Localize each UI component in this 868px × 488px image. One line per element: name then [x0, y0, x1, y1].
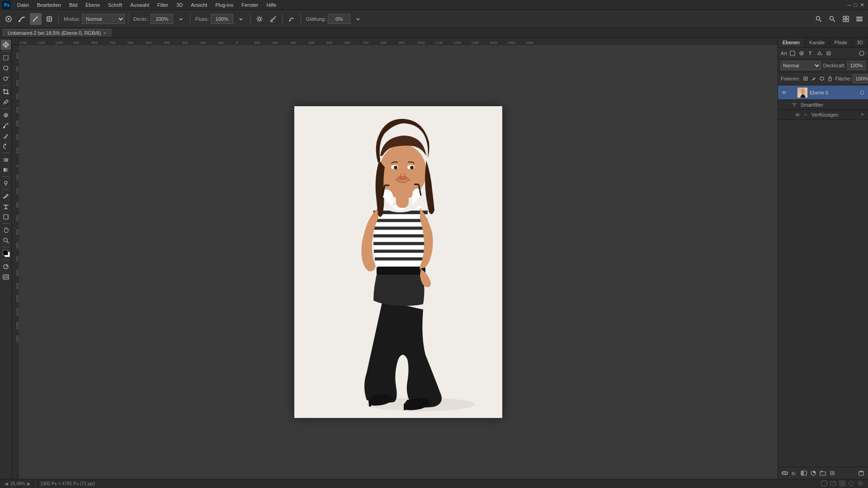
- menu-hilfe[interactable]: Hilfe: [263, 1, 280, 9]
- smartfilter-header: Smartfilter: [778, 100, 868, 110]
- eyedropper-tool[interactable]: [1, 97, 11, 107]
- filter-toggle[interactable]: [858, 50, 865, 57]
- svg-rect-15: [843, 16, 845, 19]
- glattung-options-btn[interactable]: [352, 13, 364, 25]
- lock-all-btn[interactable]: [826, 75, 834, 82]
- crop-tool[interactable]: [1, 87, 11, 97]
- fill-input[interactable]: [853, 74, 868, 83]
- menu-3d[interactable]: 3D: [173, 1, 186, 9]
- status-btn-4[interactable]: [848, 480, 854, 488]
- maximize-btn[interactable]: □: [854, 2, 857, 8]
- doc-tab-close[interactable]: ×: [104, 31, 106, 36]
- menu-fenster[interactable]: Fenster: [238, 1, 262, 9]
- layer-item-ebene0[interactable]: 👁 Ebene 0: [778, 85, 868, 100]
- glattung-input[interactable]: [328, 14, 350, 24]
- status-arrow-left[interactable]: ◀: [5, 481, 8, 486]
- status-btn-2[interactable]: [830, 480, 836, 488]
- verflussigen-settings[interactable]: [860, 112, 865, 118]
- menu-plugins[interactable]: Plug-ins: [212, 1, 237, 9]
- marquee-tool[interactable]: [1, 53, 11, 63]
- menu-bild[interactable]: Bild: [66, 1, 81, 9]
- clone-tool[interactable]: [1, 131, 11, 141]
- quick-select-tool[interactable]: [1, 74, 11, 84]
- dodge-tool[interactable]: [1, 178, 11, 188]
- svg-rect-72: [805, 78, 807, 80]
- close-btn[interactable]: ✕: [860, 2, 864, 8]
- menu-datei[interactable]: Datei: [14, 1, 33, 9]
- menu-bearbeiten[interactable]: Bearbeiten: [33, 1, 65, 9]
- filter-type-shape[interactable]: [816, 50, 823, 57]
- search-btn-top[interactable]: [813, 13, 825, 25]
- text-tool[interactable]: [1, 202, 11, 211]
- lock-artboard-btn[interactable]: [818, 75, 826, 82]
- layer-fx-add-btn[interactable]: fx: [790, 469, 798, 477]
- search-ai-btn[interactable]: [826, 13, 838, 25]
- deckraft-input[interactable]: [151, 14, 173, 24]
- brush-options-icon[interactable]: [3, 13, 14, 25]
- workspace-btn[interactable]: [854, 13, 865, 25]
- menu-schrift[interactable]: Schrift: [104, 1, 126, 9]
- verflussigen-layer[interactable]: Verflüssigen: [778, 110, 868, 120]
- menu-ebene[interactable]: Ebene: [82, 1, 104, 9]
- tab-pfade[interactable]: Pfade: [830, 38, 852, 47]
- add-mask-btn[interactable]: [800, 469, 808, 477]
- fluss-input[interactable]: [211, 14, 233, 24]
- settings-icon[interactable]: [254, 13, 265, 25]
- fluss-options-btn[interactable]: [235, 13, 247, 25]
- brush-active-btn[interactable]: [30, 13, 42, 25]
- layer-link-btn[interactable]: [781, 469, 789, 477]
- blend-mode-select[interactable]: Normal Auflösen Multiplizieren: [781, 61, 821, 70]
- brush-type-btn[interactable]: [16, 13, 28, 25]
- healing-tool[interactable]: [1, 110, 11, 120]
- verflussigen-visibility[interactable]: [794, 112, 801, 118]
- brush-tool[interactable]: [1, 121, 11, 131]
- gradient-tool[interactable]: [1, 165, 11, 175]
- status-btn-1[interactable]: [821, 480, 827, 488]
- windows-arrange-btn[interactable]: [840, 13, 852, 25]
- modus-select[interactable]: Normal Auflösen Abdunkeln Multiplizieren: [82, 14, 125, 24]
- filter-type-text[interactable]: T: [807, 50, 814, 57]
- history-brush-tool[interactable]: [1, 141, 11, 151]
- lock-paint-btn[interactable]: [810, 75, 817, 82]
- new-fill-adj-btn[interactable]: [809, 469, 817, 477]
- new-layer-btn[interactable]: [828, 469, 836, 477]
- layer-visibility-ebene0[interactable]: 👁: [781, 89, 787, 96]
- minimize-btn[interactable]: ─: [847, 2, 851, 8]
- opacity-input[interactable]: [847, 61, 865, 70]
- tab-kanaele[interactable]: Kanäle: [805, 38, 830, 47]
- filter-type-adj[interactable]: [798, 50, 805, 57]
- brush-alt-btn[interactable]: [43, 13, 55, 25]
- move-tool[interactable]: [1, 40, 11, 50]
- layer-fx-btn[interactable]: [859, 89, 865, 96]
- pressure-btn[interactable]: [286, 13, 297, 25]
- new-group-btn[interactable]: [819, 469, 827, 477]
- status-arrow-right[interactable]: ▶: [27, 481, 31, 486]
- filter-type-smart[interactable]: [825, 50, 832, 57]
- menu-auswahl[interactable]: Auswahl: [127, 1, 153, 9]
- menu-filter[interactable]: Filter: [154, 1, 172, 9]
- lock-pixels-btn[interactable]: [802, 75, 809, 82]
- deckraft-options-btn[interactable]: [175, 13, 187, 25]
- shape-tool[interactable]: [1, 212, 11, 222]
- right-panel: Ebenen Kanäle Pfade 3D Art T: [778, 38, 868, 479]
- status-btn-5[interactable]: [857, 480, 863, 488]
- menu-ansicht[interactable]: Ansicht: [187, 1, 211, 9]
- lasso-tool[interactable]: [1, 63, 11, 73]
- document-tab[interactable]: Unbenannt-2 bei 18,5% (Ebene 0, RGB/8) ×: [3, 29, 111, 37]
- foreground-color[interactable]: [1, 249, 11, 258]
- quick-mask-btn[interactable]: [1, 262, 11, 272]
- svg-rect-90: [821, 481, 827, 486]
- tab-3d[interactable]: 3D: [852, 38, 868, 47]
- svg-rect-94: [840, 481, 842, 483]
- tab-ebenen[interactable]: Ebenen: [778, 38, 805, 47]
- screen-mode-btn[interactable]: [1, 272, 11, 282]
- svg-rect-95: [843, 481, 845, 483]
- eraser-tool[interactable]: [1, 155, 11, 164]
- pen-tool[interactable]: [1, 191, 11, 201]
- filter-type-pixel[interactable]: [789, 50, 796, 57]
- status-btn-3[interactable]: [839, 480, 845, 488]
- delete-layer-btn[interactable]: [857, 469, 865, 477]
- hand-tool[interactable]: [1, 225, 11, 235]
- angle-btn[interactable]: -6°: [267, 13, 279, 25]
- zoom-tool[interactable]: [1, 235, 11, 245]
